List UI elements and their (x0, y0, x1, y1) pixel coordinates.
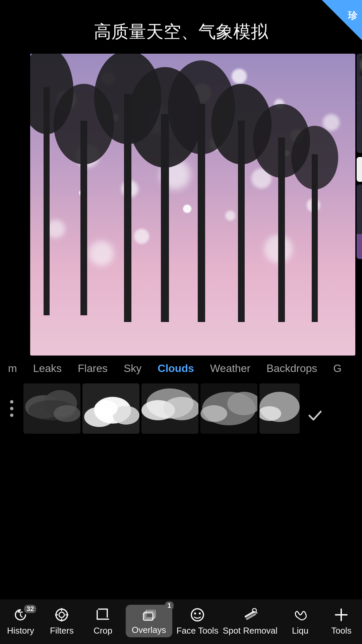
svg-line-62 (20, 615, 22, 617)
tab-weather[interactable]: Weather (202, 362, 258, 375)
svg-point-49 (94, 400, 118, 417)
svg-point-9 (168, 60, 235, 154)
transform-btn[interactable] (357, 184, 362, 209)
tool-buttons (357, 157, 362, 259)
crop-icon (94, 606, 112, 624)
nav-tools[interactable]: Tools (323, 606, 360, 636)
tab-g[interactable]: G (325, 362, 350, 375)
tools-plus-icon (333, 606, 350, 624)
tab-clouds[interactable]: Clouds (149, 362, 202, 375)
svg-rect-14 (312, 154, 318, 322)
nav-crop[interactable]: Crop (84, 606, 121, 636)
svg-line-82 (256, 612, 257, 613)
nav-facetools[interactable]: Face Tools (176, 606, 218, 636)
right-toolbar (357, 54, 362, 259)
more-dots-icon (8, 398, 15, 419)
liquify-icon (292, 606, 309, 624)
overlay-thumb-1[interactable] (23, 383, 80, 434)
blend-mode-btn[interactable] (357, 78, 362, 103)
svg-point-13 (253, 104, 310, 178)
eraser-btn[interactable] (357, 234, 362, 259)
layer-thumbnail-btn[interactable] (357, 54, 362, 78)
filters-icon (53, 606, 70, 624)
overlay-more-btn[interactable] (0, 383, 23, 434)
more-options-btn[interactable] (357, 128, 362, 153)
duplicate-btn[interactable] (357, 103, 362, 128)
overlays-icon (141, 608, 156, 623)
svg-point-76 (191, 609, 203, 621)
tab-flares[interactable]: Flares (70, 362, 116, 375)
nav-filters[interactable]: Filters (43, 606, 80, 636)
photo-scene (30, 54, 355, 356)
nav-spotremoval-label: Spot Removal (223, 626, 277, 636)
overlay-strip (0, 380, 362, 437)
overlays-badge: 1 (165, 601, 173, 610)
svg-point-77 (194, 612, 196, 614)
thumb-2-preview (82, 383, 139, 434)
overlay-thumb-3[interactable] (141, 383, 198, 434)
thumb-5-preview (259, 383, 300, 434)
checkmark-icon (307, 407, 323, 424)
layer-panel (357, 54, 362, 153)
canvas-image[interactable] (30, 54, 355, 356)
nav-spotremoval[interactable]: Spot Removal (223, 606, 277, 636)
nav-crop-label: Crop (94, 626, 112, 636)
category-tabs: m Leaks Flares Sky Clouds Weather Backdr… (0, 356, 362, 380)
tab-sky[interactable]: Sky (116, 362, 149, 375)
svg-point-44 (54, 405, 80, 422)
svg-point-64 (59, 612, 64, 618)
spot-removal-icon (241, 606, 259, 624)
nav-overlays[interactable]: 1 Overlays (126, 605, 172, 637)
nav-facetools-label: Face Tools (176, 626, 218, 636)
nav-history-label: History (7, 626, 34, 636)
canvas-area (30, 54, 355, 356)
nav-liquify[interactable]: Liqu (282, 606, 319, 636)
thumb-1-preview (23, 383, 80, 434)
tab-m[interactable]: m (0, 362, 25, 375)
nav-history[interactable]: 32 History (2, 606, 39, 636)
history-badge: 32 (24, 605, 36, 613)
face-icon (189, 606, 206, 624)
svg-point-53 (163, 397, 198, 420)
nav-filters-label: Filters (50, 626, 74, 636)
svg-point-39 (10, 414, 13, 417)
overlay-thumb-5[interactable] (259, 383, 300, 434)
thumb-3-preview (141, 383, 198, 434)
bottom-nav: 32 History Filters (0, 599, 362, 644)
svg-point-78 (199, 612, 201, 614)
svg-point-38 (10, 407, 13, 410)
svg-rect-8 (198, 104, 205, 322)
svg-rect-10 (238, 121, 245, 322)
svg-point-56 (200, 405, 227, 422)
layer-thumbnail (360, 57, 362, 75)
nav-overlays-label: Overlays (132, 625, 166, 635)
svg-rect-0 (44, 87, 50, 315)
overlay-thumb-4[interactable] (200, 383, 257, 434)
nav-liquify-label: Liqu (292, 626, 308, 636)
svg-rect-6 (161, 114, 169, 322)
nav-tools-label: Tools (331, 626, 352, 636)
svg-rect-4 (124, 94, 131, 322)
tab-leaks[interactable]: Leaks (25, 362, 70, 375)
svg-point-37 (10, 400, 13, 404)
header-title: 高质量天空、气象模拟 (0, 0, 362, 54)
thumb-4-preview (200, 383, 257, 434)
tab-backdrops[interactable]: Backdrops (258, 362, 325, 375)
svg-rect-12 (278, 138, 285, 322)
svg-point-11 (211, 84, 272, 164)
confirm-btn[interactable] (302, 383, 328, 434)
delete-btn[interactable] (357, 209, 362, 234)
edit-tools (357, 184, 362, 259)
overlay-thumb-2[interactable] (82, 383, 139, 434)
move-tool-btn[interactable] (357, 157, 362, 182)
